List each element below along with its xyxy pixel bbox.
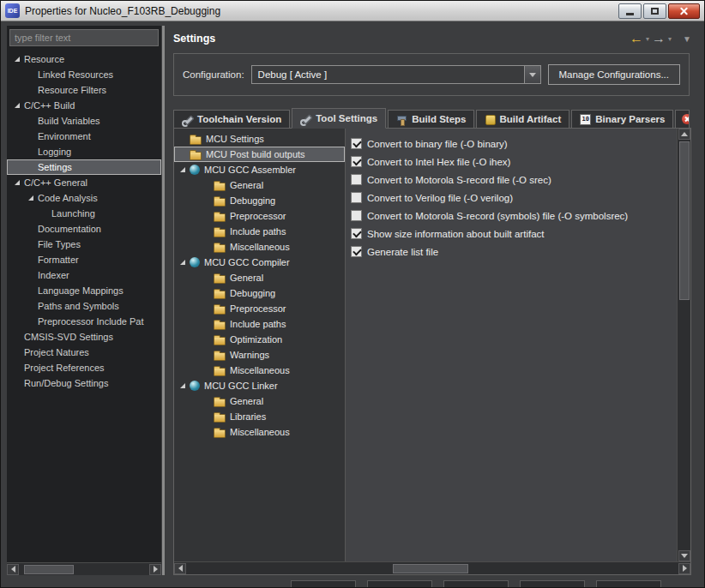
option-convert-to-motorola-s-record-file-o-srec[interactable]: Convert to Motorola S-record file (-O sr… [351, 171, 672, 189]
tool-tree-item-include-paths[interactable]: Include paths [174, 316, 345, 332]
expand-arrow-icon[interactable] [28, 195, 33, 201]
checkbox-convert-to-binary-file-o-binary[interactable] [351, 138, 362, 149]
sidebar-item-c-c-build[interactable]: C/C++ Build [7, 98, 161, 113]
expand-arrow-icon[interactable] [180, 260, 185, 265]
partial-button[interactable] [367, 580, 432, 587]
expand-arrow-icon[interactable] [180, 167, 185, 172]
sidebar-item-indexer[interactable]: Indexer [7, 267, 161, 283]
sidebar-item-code-analysis[interactable]: Code Analysis [7, 190, 161, 206]
scroll-right-button[interactable] [149, 564, 161, 575]
sidebar-item-launching[interactable]: Launching [7, 206, 161, 221]
partial-button[interactable] [291, 580, 356, 587]
sidebar-item-linked-resources[interactable]: Linked Resources [7, 67, 161, 82]
manage-configurations-button[interactable]: Manage Configurations... [548, 64, 681, 85]
sidebar-item-resource-filters[interactable]: Resource Filters [7, 82, 161, 98]
sidebar-item-language-mappings[interactable]: Language Mappings [7, 283, 161, 298]
scroll-track[interactable] [678, 140, 690, 550]
expand-arrow-icon[interactable] [15, 103, 20, 108]
checkbox-convert-to-verilog-file-o-verilog[interactable] [351, 192, 362, 203]
sidebar-item-c-c-general[interactable]: C/C++ General [7, 175, 161, 190]
tool-tree-item-mcu-gcc-linker[interactable]: MCU GCC Linker [174, 378, 345, 393]
checkbox-convert-to-motorola-s-record-file-o-srec[interactable] [351, 174, 362, 185]
sidebar-item-build-variables[interactable]: Build Variables [7, 113, 161, 129]
titlebar[interactable]: IDE Properties for Nucleo_F103RB_Debuggi… [1, 1, 704, 21]
option-convert-to-motorola-s-record-symbols-file-o-symbolsrec[interactable]: Convert to Motorola S-record (symbols) f… [351, 207, 672, 225]
close-button[interactable] [668, 3, 700, 19]
checkbox-show-size-information-about-built-artifact[interactable] [351, 228, 362, 239]
expand-arrow-icon[interactable] [15, 57, 20, 62]
tool-tree-item-mcu-post-build-outputs[interactable]: MCU Post build outputs [174, 147, 345, 162]
configuration-select[interactable]: Debug [ Active ] [251, 65, 541, 84]
scroll-thumb[interactable] [24, 565, 74, 574]
scroll-right-button[interactable] [678, 563, 690, 574]
expand-arrow-icon[interactable] [15, 180, 20, 185]
partial-button[interactable] [596, 580, 661, 587]
tool-tree-item-general[interactable]: General [174, 393, 345, 409]
scroll-thumb[interactable] [393, 564, 468, 573]
option-show-size-information-about-built-artifact[interactable]: Show size information about built artifa… [351, 225, 672, 243]
sidebar-item-resource[interactable]: Resource [7, 51, 161, 67]
tab-build-steps[interactable]: Build Steps [388, 110, 474, 128]
sidebar-item-paths-and-symbols[interactable]: Paths and Symbols [7, 298, 161, 314]
sidebar-item-file-types[interactable]: File Types [7, 237, 161, 252]
sidebar-item-project-references[interactable]: Project References [7, 360, 161, 375]
partial-button[interactable] [520, 580, 585, 587]
sidebar-item-settings[interactable]: Settings [7, 159, 161, 175]
tool-tree-item-debugging[interactable]: Debugging [174, 193, 345, 208]
scroll-up-button[interactable] [678, 129, 690, 140]
option-convert-to-verilog-file-o-verilog[interactable]: Convert to Verilog file (-O verilog) [351, 189, 672, 207]
sidebar-item-cmsis-svd-settings[interactable]: CMSIS-SVD Settings [7, 329, 161, 345]
sidebar-item-formatter[interactable]: Formatter [7, 252, 161, 267]
tab-build-artifact[interactable]: Build Artifact [476, 110, 569, 128]
checkbox-convert-to-intel-hex-file-o-ihex[interactable] [351, 156, 362, 167]
option-convert-to-binary-file-o-binary[interactable]: Convert to binary file (-O binary) [351, 135, 672, 153]
tool-tree-item-mcu-gcc-assembler[interactable]: MCU GCC Assembler [174, 162, 345, 177]
tool-tree-item-general[interactable]: General [174, 270, 345, 285]
tab-binary-parsers[interactable]: Binary Parsers [571, 110, 673, 128]
tool-tree-item-optimization[interactable]: Optimization [174, 332, 345, 347]
scroll-track[interactable] [19, 563, 149, 575]
back-dropdown-icon[interactable]: ▾ [646, 35, 649, 43]
forward-arrow-icon[interactable]: → [652, 32, 666, 45]
content-hscrollbar[interactable] [174, 561, 690, 574]
filter-input[interactable] [9, 29, 159, 46]
option-convert-to-intel-hex-file-o-ihex[interactable]: Convert to Intel Hex file (-O ihex) [351, 153, 672, 171]
combo-dropdown-button[interactable] [524, 66, 540, 83]
sidebar-item-run-debug-settings[interactable]: Run/Debug Settings [7, 375, 161, 391]
scroll-left-button[interactable] [174, 563, 186, 574]
forward-dropdown-icon[interactable]: ▾ [668, 35, 672, 43]
maximize-button[interactable] [643, 3, 666, 19]
tab-tool-settings[interactable]: Tool Settings [292, 108, 386, 129]
tool-tree-item-miscellaneous[interactable]: Miscellaneous [174, 363, 345, 378]
tool-tree-item-mcu-gcc-compiler[interactable]: MCU GCC Compiler [174, 255, 345, 270]
scroll-down-button[interactable] [678, 550, 690, 561]
scroll-track[interactable] [186, 562, 678, 574]
tool-tree-item-preprocessor[interactable]: Preprocessor [174, 301, 345, 316]
sidebar-item-preprocessor-include-pat[interactable]: Preprocessor Include Pat [7, 314, 161, 329]
sidebar-item-environment[interactable]: Environment [7, 129, 161, 144]
tool-tree-item-miscellaneous[interactable]: Miscellaneous [174, 239, 345, 255]
content-vscrollbar[interactable] [677, 129, 690, 561]
tab-toolchain-version[interactable]: Toolchain Version [173, 110, 290, 128]
view-menu-icon[interactable]: ▼ [683, 34, 691, 44]
checkbox-generate-list-file[interactable] [351, 246, 362, 257]
checkbox-convert-to-motorola-s-record-symbols-file-o-symbolsrec[interactable] [351, 210, 362, 221]
tool-tree-item-miscellaneous[interactable]: Miscellaneous [174, 424, 345, 440]
tool-tree-item-libraries[interactable]: Libraries [174, 409, 345, 424]
tab-error[interactable] [675, 110, 690, 128]
sidebar-item-logging[interactable]: Logging [7, 144, 161, 159]
tool-tree-item-warnings[interactable]: Warnings [174, 347, 345, 363]
tool-tree-item-include-paths[interactable]: Include paths [174, 224, 345, 239]
tool-tree-item-mcu-settings[interactable]: MCU Settings [174, 131, 345, 147]
sidebar-hscrollbar[interactable] [7, 562, 161, 575]
option-generate-list-file[interactable]: Generate list file [351, 243, 672, 261]
sidebar-item-documentation[interactable]: Documentation [7, 221, 161, 237]
expand-arrow-icon[interactable] [180, 383, 185, 388]
scroll-left-button[interactable] [7, 564, 19, 575]
scroll-thumb[interactable] [679, 141, 690, 300]
minimize-button[interactable] [618, 3, 642, 19]
tool-tree-item-preprocessor[interactable]: Preprocessor [174, 208, 345, 224]
back-arrow-icon[interactable]: ← [630, 32, 643, 45]
sidebar-item-project-natures[interactable]: Project Natures [7, 345, 161, 360]
tool-tree-item-general[interactable]: General [174, 177, 345, 193]
